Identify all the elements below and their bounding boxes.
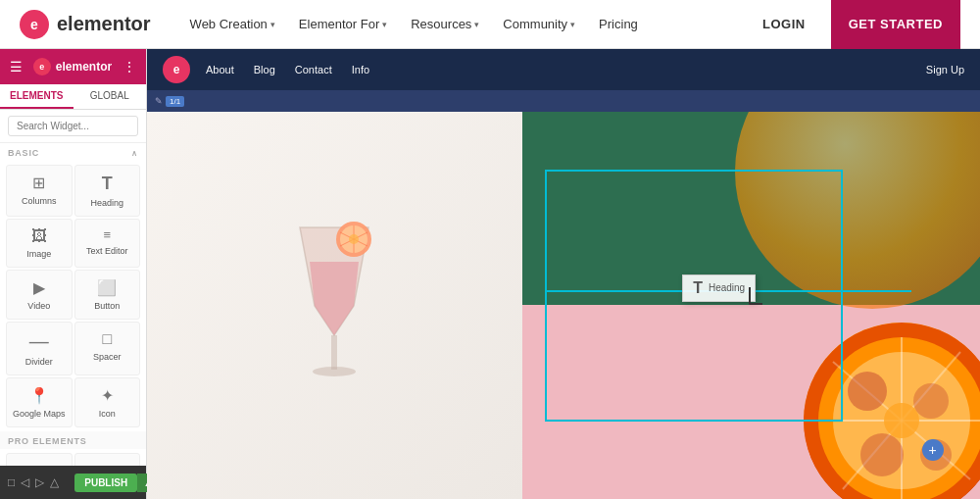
svg-point-20 — [860, 433, 904, 476]
widget-divider[interactable]: — Divider — [6, 322, 73, 375]
widget-portfolio[interactable]: ⊟ Portfolio — [74, 453, 141, 466]
main-content: ☰ e elementor ⋮ ELEMENTS GLOBAL BASIC ∧ — [0, 49, 980, 499]
add-element-button[interactable]: + — [922, 439, 944, 461]
cursor-indicator — [749, 287, 762, 305]
widget-google-maps[interactable]: 📍 Google Maps — [6, 377, 73, 427]
preview-toolbar: ✎ 1/1 — [147, 90, 980, 112]
chevron-down-icon: ▾ — [382, 20, 387, 29]
preview-nav-links: About Blog Contact Info — [206, 64, 926, 75]
logo-text: elementor — [57, 13, 151, 35]
basic-widgets-grid: ⊞ Columns T Heading 🖼 Image ≡ Text Edito… — [0, 161, 146, 431]
cocktail-background — [147, 112, 522, 499]
widget-image[interactable]: 🖼 Image — [6, 219, 73, 268]
chevron-down-icon: ▾ — [270, 20, 275, 29]
preview-nav-about[interactable]: About — [206, 64, 234, 75]
image-icon: 🖼 — [31, 227, 47, 245]
preview-content: ⋮ T Heading — [147, 112, 980, 499]
nav-item-resources[interactable]: Resources ▾ — [401, 11, 489, 37]
nav-item-community[interactable]: Community ▾ — [493, 11, 585, 37]
svg-rect-1 — [331, 335, 337, 370]
responsive-icon[interactable]: △ — [50, 475, 59, 489]
map-icon: 📍 — [29, 386, 49, 405]
editor-panel: ☰ e elementor ⋮ ELEMENTS GLOBAL BASIC ∧ — [0, 49, 147, 499]
editor-logo-text: elementor — [56, 60, 112, 74]
search-input[interactable] — [8, 116, 138, 136]
widget-heading[interactable]: T Heading — [74, 165, 141, 217]
widget-icon[interactable]: ✦ Icon — [74, 377, 141, 427]
settings-icon[interactable]: □ — [8, 475, 15, 489]
divider-icon: — — [29, 330, 49, 353]
heading-type-icon: T — [693, 279, 703, 297]
text-editor-icon: ≡ — [103, 227, 111, 242]
redo-icon[interactable]: ▷ — [35, 475, 44, 489]
preview-nav-info[interactable]: Info — [352, 64, 369, 75]
heading-icon: T — [102, 174, 113, 194]
heading-element[interactable]: T Heading — [682, 274, 756, 302]
hamburger-icon[interactable]: ☰ — [10, 59, 23, 75]
editor-tabs: ELEMENTS GLOBAL — [0, 84, 146, 110]
get-started-button[interactable]: GET STARTED — [831, 0, 960, 49]
elements-section: BASIC ∧ ⊞ Columns T Heading 🖼 Image ≡ — [0, 143, 146, 466]
elementor-logo-icon: e — [20, 10, 49, 39]
editor-footer: □ ◁ ▷ △ PUBLISH ▲ — [0, 466, 146, 499]
tab-global[interactable]: GLOBAL — [74, 84, 147, 109]
widget-columns[interactable]: ⊞ Columns — [6, 165, 73, 217]
undo-icon[interactable]: ◁ — [21, 475, 29, 489]
publish-button[interactable]: PUBLISH — [74, 474, 137, 492]
editor-logo: e elementor — [33, 58, 112, 75]
svg-point-9 — [349, 234, 359, 244]
svg-point-18 — [848, 372, 887, 411]
top-navigation: e elementor Web Creation ▾ Elementor For… — [0, 0, 980, 49]
search-box — [0, 110, 146, 143]
nav-right: LOGIN GET STARTED — [749, 0, 960, 49]
widget-video[interactable]: ▶ Video — [6, 270, 73, 320]
tab-elements[interactable]: ELEMENTS — [0, 84, 74, 109]
preview-nav-blog[interactable]: Blog — [254, 64, 275, 75]
editor-header: ☰ e elementor ⋮ — [0, 49, 146, 84]
svg-point-19 — [913, 383, 949, 419]
pro-widgets-grid: ⊞ Posts ⊟ Portfolio ◎ Slides ⊡ Form 👤 — [0, 449, 146, 466]
kebab-menu-icon[interactable]: ⋮ — [122, 59, 136, 75]
preview-signup-link[interactable]: Sign Up — [926, 64, 964, 75]
cocktail-glass-svg — [280, 218, 388, 394]
preview-inner: e About Blog Contact Info Sign Up ✎ 1/1 — [147, 49, 980, 499]
login-button[interactable]: LOGIN — [749, 11, 819, 37]
chevron-icon: ∧ — [131, 149, 138, 158]
editor-logo-icon: e — [33, 58, 51, 75]
widget-button[interactable]: ⬜ Button — [74, 270, 141, 320]
nav-links: Web Creation ▾ Elementor For ▾ Resources… — [180, 11, 749, 37]
preview-logo-icon: e — [163, 56, 190, 83]
preview-nav-contact[interactable]: Contact — [295, 64, 332, 75]
star-icon: ✦ — [101, 386, 114, 405]
widget-posts[interactable]: ⊞ Posts — [6, 453, 73, 466]
website-preview: e About Blog Contact Info Sign Up ✎ 1/1 — [147, 49, 980, 499]
svg-point-17 — [884, 403, 919, 438]
nav-item-web-creation[interactable]: Web Creation ▾ — [180, 11, 285, 37]
size-indicator: 1/1 — [166, 96, 184, 107]
pro-elements-section-label: PRO ELEMENTS — [0, 431, 146, 449]
heading-label: Heading — [709, 282, 745, 293]
widget-spacer[interactable]: □ Spacer — [74, 322, 141, 375]
preview-right-panel: T Heading — [522, 112, 981, 499]
nav-item-pricing[interactable]: Pricing — [589, 11, 648, 37]
widget-text-editor[interactable]: ≡ Text Editor — [74, 219, 141, 268]
edit-icon[interactable]: ✎ — [155, 96, 163, 106]
preview-left-panel: ⋮ — [147, 112, 522, 499]
preview-navbar: e About Blog Contact Info Sign Up — [147, 49, 980, 90]
nav-item-elementor-for[interactable]: Elementor For ▾ — [289, 11, 397, 37]
logo-area[interactable]: e elementor — [20, 10, 151, 39]
svg-point-2 — [313, 367, 356, 376]
chevron-down-icon: ▾ — [474, 20, 479, 29]
basic-section-label: BASIC ∧ — [0, 143, 146, 161]
video-icon: ▶ — [33, 278, 45, 297]
button-icon: ⬜ — [97, 278, 117, 297]
chevron-down-icon: ▾ — [570, 20, 575, 29]
spacer-icon: □ — [102, 330, 112, 348]
columns-icon: ⊞ — [32, 174, 45, 192]
svg-marker-3 — [310, 262, 359, 335]
canvas-background: T Heading — [522, 112, 981, 499]
